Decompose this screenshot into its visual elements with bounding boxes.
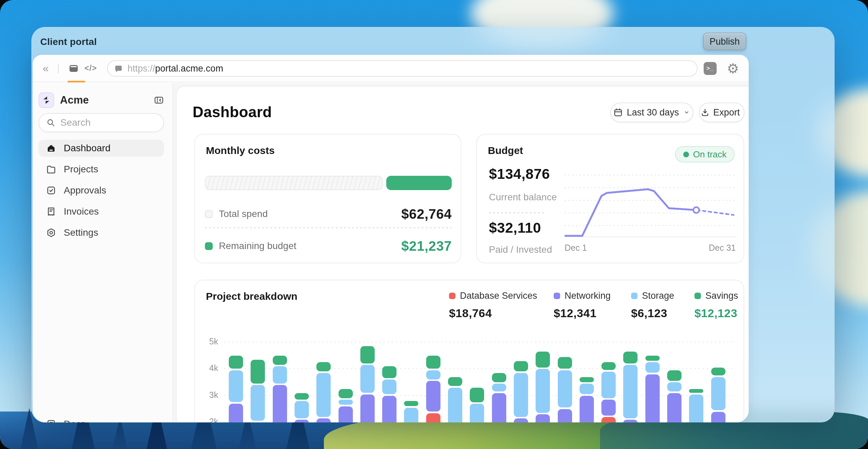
bar-segment-storage bbox=[426, 370, 440, 380]
bar-segment-savings bbox=[360, 346, 375, 363]
bar-segment-networking bbox=[229, 404, 243, 422]
bar-segment-savings bbox=[295, 393, 309, 400]
legend-swatch-savings bbox=[694, 293, 701, 299]
divider bbox=[58, 64, 59, 73]
bar-segment-savings bbox=[251, 360, 265, 384]
browser-frame: « </> https://portal.acme.com >_ ⚙ bbox=[33, 55, 749, 422]
sidebar-item-label: Dashboard bbox=[64, 143, 110, 154]
current-balance-value: $134,876 bbox=[489, 166, 550, 182]
collapse-sidebar-icon[interactable] bbox=[154, 95, 164, 105]
status-badge: On track bbox=[675, 146, 735, 162]
bar-segment-storage bbox=[492, 384, 506, 391]
bar-segment-storage bbox=[316, 373, 331, 417]
bar-segment-networking bbox=[667, 393, 682, 422]
publish-button[interactable]: Publish bbox=[703, 33, 746, 50]
bar-segment-savings bbox=[645, 356, 660, 361]
app-window-tab-icon[interactable] bbox=[67, 55, 80, 82]
bar-segment-savings bbox=[601, 362, 616, 370]
monthly-costs-card: Monthly costs Total spend $62,764 bbox=[194, 134, 461, 263]
bar-segment-savings bbox=[404, 401, 418, 406]
sidebar-item-docs[interactable]: Docs bbox=[46, 416, 86, 422]
sidebar-item-projects[interactable]: Projects bbox=[39, 161, 164, 178]
app-window: Client portal Publish « </> https://port… bbox=[31, 27, 835, 422]
download-icon bbox=[700, 108, 710, 117]
calendar-icon bbox=[613, 107, 623, 118]
bar-segment-savings bbox=[382, 366, 396, 378]
bar-segment-storage bbox=[711, 377, 725, 411]
sidebar-item-settings[interactable]: Settings bbox=[39, 224, 164, 241]
url-text[interactable]: https://portal.acme.com bbox=[128, 63, 223, 74]
bar-segment-storage bbox=[536, 369, 550, 413]
export-button[interactable]: Export bbox=[699, 103, 745, 122]
bar-segment-savings bbox=[492, 373, 506, 382]
legend-label: Networking bbox=[565, 291, 611, 301]
back-icon[interactable]: « bbox=[40, 55, 52, 82]
url-bar[interactable]: https://portal.acme.com bbox=[107, 60, 698, 77]
legend-value: $6,123 bbox=[631, 307, 674, 320]
bar-segment-networking bbox=[711, 412, 725, 422]
sidebar-nav: DashboardProjectsApprovalsInvoicesSettin… bbox=[39, 140, 164, 245]
bar-segment-storage bbox=[667, 382, 682, 391]
remaining-progress-segment bbox=[386, 176, 452, 190]
search-input[interactable]: Search bbox=[39, 113, 164, 132]
bar-segment-storage bbox=[273, 366, 287, 383]
bar-segment-networking bbox=[536, 414, 550, 422]
status-dot-icon bbox=[683, 152, 689, 157]
dotted-divider bbox=[205, 227, 452, 228]
main-area: Dashboard Last 30 days Export Mon bbox=[173, 83, 749, 422]
bar-segment-networking bbox=[623, 420, 638, 422]
terminal-icon[interactable]: >_ bbox=[704, 62, 717, 75]
bar-segment-networking bbox=[492, 393, 506, 422]
desktop-background: Client portal Publish « </> https://port… bbox=[0, 0, 868, 449]
bar-segment-networking bbox=[382, 396, 396, 423]
bar-segment-savings bbox=[470, 388, 484, 402]
project-breakdown-card: Project breakdown Database Services $18,… bbox=[194, 280, 744, 422]
home-icon bbox=[46, 143, 56, 153]
bar-segment-networking bbox=[339, 406, 353, 422]
bar-segment-savings bbox=[339, 389, 353, 398]
bar-segment-storage bbox=[295, 401, 309, 418]
date-range-dropdown[interactable]: Last 30 days bbox=[610, 103, 693, 122]
export-label: Export bbox=[713, 107, 740, 118]
bar-segment-savings bbox=[316, 362, 331, 371]
legend-item-networking: Networking $12,341 bbox=[554, 291, 611, 320]
gear-icon[interactable]: ⚙ bbox=[725, 61, 740, 76]
sidebar-item-label: Approvals bbox=[64, 185, 106, 196]
total-spend-row: Total spend $62,764 bbox=[205, 206, 452, 222]
bar-segment-networking bbox=[645, 374, 660, 422]
code-icon[interactable]: </> bbox=[83, 55, 98, 82]
bar-segment-storage bbox=[448, 388, 462, 422]
book-icon bbox=[46, 419, 56, 422]
acme-logo-icon bbox=[39, 92, 54, 108]
remaining-budget-row: Remaining budget $21,237 bbox=[205, 238, 452, 254]
sidebar-item-label: Docs bbox=[64, 419, 86, 422]
bar-segment-networking bbox=[273, 385, 287, 422]
sidebar-item-invoices[interactable]: Invoices bbox=[39, 203, 164, 220]
search-placeholder: Search bbox=[60, 117, 91, 128]
bar-segment-savings bbox=[689, 389, 703, 393]
project-breakdown-title: Project breakdown bbox=[206, 291, 297, 302]
remaining-budget-swatch bbox=[205, 242, 213, 250]
active-tab-indicator bbox=[68, 81, 85, 82]
url-scheme: https:// bbox=[128, 63, 155, 74]
dashboard-panel: Dashboard Last 30 days Export Mon bbox=[176, 86, 749, 422]
site-badge-icon bbox=[114, 64, 123, 73]
sidebar-item-approvals[interactable]: Approvals bbox=[39, 182, 164, 199]
budget-card: Budget On track $134,876 Current balance… bbox=[476, 134, 744, 263]
bar-segment-networking bbox=[360, 394, 375, 422]
browser-chrome: « </> https://portal.acme.com >_ ⚙ bbox=[33, 55, 749, 82]
url-domain: portal.acme.com bbox=[155, 63, 223, 74]
legend-value: $18,764 bbox=[449, 307, 537, 320]
x-axis-start-label: Dec 1 bbox=[565, 243, 587, 253]
date-range-label: Last 30 days bbox=[627, 107, 679, 118]
sidebar-item-label: Invoices bbox=[64, 206, 99, 217]
sidebar-item-dashboard[interactable]: Dashboard bbox=[39, 140, 164, 157]
bar-segment-storage bbox=[229, 370, 243, 402]
bar-segment-networking bbox=[580, 396, 594, 423]
y-axis-tick: 2k bbox=[201, 417, 218, 422]
bar-segment-database bbox=[426, 413, 440, 423]
receipt-icon bbox=[46, 206, 56, 217]
page-title: Dashboard bbox=[193, 104, 272, 121]
legend-value: $12,341 bbox=[554, 307, 611, 320]
window-title: Client portal bbox=[40, 36, 97, 47]
